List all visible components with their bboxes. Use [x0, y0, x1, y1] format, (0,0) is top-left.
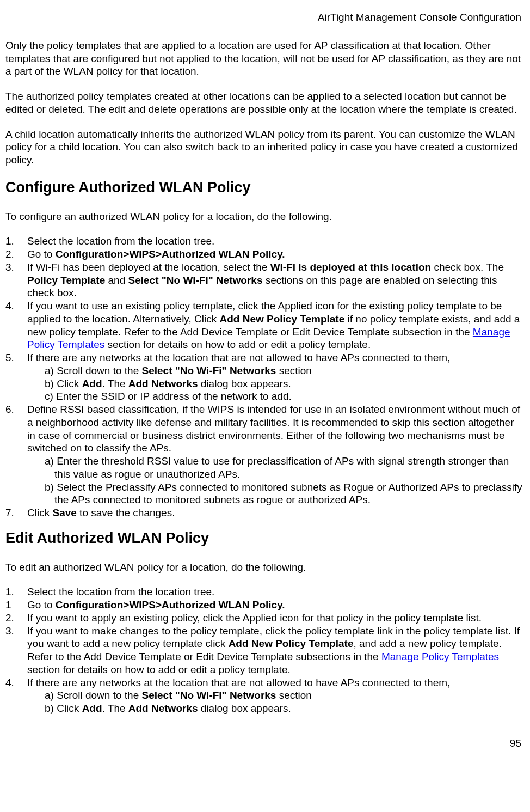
step-text: section for details on how to add or edi…: [104, 339, 371, 350]
step-text: Define RSSI based classification, if the…: [27, 404, 520, 454]
button-label: Add New Policy Template: [219, 313, 344, 325]
step-item: 3. If Wi-Fi has been deployed at the loc…: [5, 261, 525, 300]
intro-paragraph-3: A child location automatically inherits …: [5, 128, 525, 167]
step-text: Go to: [27, 599, 56, 610]
manage-policy-templates-link[interactable]: Manage Policy Templates: [381, 651, 499, 662]
step-text: If Wi-Fi has been deployed at the locati…: [27, 261, 270, 273]
substep-b: b) Select the Preclassify APs connected …: [27, 481, 525, 507]
substep-c: c) Enter the SSID or IP address of the n…: [27, 390, 525, 403]
step-item: 1. Select the location from the location…: [5, 585, 525, 599]
section-intro-edit: To edit an authorized WLAN policy for a …: [5, 561, 525, 574]
nav-path: Configuration>WIPS>Authorized WLAN Polic…: [56, 248, 285, 260]
step-text: If you want to apply an existing policy,…: [27, 612, 482, 624]
section-heading-configure: Configure Authorized WLAN Policy: [5, 179, 525, 197]
substep-b: b) Click Add. The Add Networks dialog bo…: [27, 702, 525, 715]
configure-steps-list: 1. Select the location from the location…: [5, 235, 525, 520]
dialog-name: Add Networks: [128, 378, 198, 389]
step-item: 4. If there are any networks at the loca…: [5, 676, 525, 715]
step-number: 1: [5, 599, 11, 612]
substep-text: . The: [102, 703, 128, 714]
substep-text: dialog box appears.: [198, 703, 291, 714]
substep-a: a) Scroll down to the Select "No Wi-Fi" …: [27, 364, 525, 377]
substep-text: dialog box appears.: [198, 378, 291, 389]
section-heading-edit: Edit Authorized WLAN Policy: [5, 529, 525, 548]
step-text: section for details on how to add or edi…: [27, 664, 291, 675]
substep-a: a) Enter the threshold RSSI value to use…: [27, 455, 525, 481]
step-item: 3. If you want to make changes to the po…: [5, 625, 525, 676]
button-label: Add: [82, 378, 102, 389]
step-number: 3.: [5, 625, 14, 638]
step-text: If there are any networks at the locatio…: [27, 677, 450, 688]
page-number: 95: [5, 737, 525, 750]
intro-paragraph-2: The authorized policy templates created …: [5, 90, 525, 116]
button-label: Save: [52, 507, 76, 518]
step-text: Select the location from the location tr…: [27, 586, 214, 597]
step-number: 4.: [5, 300, 14, 313]
step-item: 7. Click Save to save the changes.: [5, 506, 525, 520]
dialog-name: Add Networks: [128, 703, 198, 714]
edit-steps-list: 1. Select the location from the location…: [5, 585, 525, 715]
substep-text: section: [276, 365, 311, 376]
section-name: Select "No Wi-Fi" Networks: [141, 689, 276, 701]
step-number: 7.: [5, 506, 14, 520]
step-item: 4. If you want to use an existing policy…: [5, 300, 525, 351]
substep-text: a) Scroll down to the: [45, 689, 141, 701]
step-number: 2.: [5, 612, 14, 625]
step-item: 2. Go to Configuration>WIPS>Authorized W…: [5, 248, 525, 261]
substep-text: b) Click: [45, 703, 82, 714]
substep-text: a) Scroll down to the: [45, 365, 141, 376]
substep-b: b) Click Add. The Add Networks dialog bo…: [27, 377, 525, 390]
step-text: to save the changes.: [77, 507, 175, 518]
step-number: 2.: [5, 248, 14, 261]
page-header: AirTight Management Console Configuratio…: [5, 11, 525, 24]
checkbox-label: Wi-Fi is deployed at this location: [270, 261, 431, 273]
step-item: 1 Go to Configuration>WIPS>Authorized WL…: [5, 599, 525, 612]
step-item: 5. If there are any networks at the loca…: [5, 351, 525, 403]
substep-text: . The: [102, 378, 128, 389]
step-number: 5.: [5, 351, 14, 364]
step-text: Click: [27, 507, 52, 518]
button-label: Add: [82, 703, 102, 714]
step-text: and: [105, 274, 128, 286]
section-name: Select "No Wi-Fi" Networks: [141, 365, 276, 376]
substep-text: section: [276, 689, 311, 701]
nav-path: Configuration>WIPS>Authorized WLAN Polic…: [56, 599, 285, 610]
step-text: Select the location from the location tr…: [27, 235, 214, 247]
step-item: 1. Select the location from the location…: [5, 235, 525, 248]
substep-a: a) Scroll down to the Select "No Wi-Fi" …: [27, 689, 525, 702]
intro-paragraph-1: Only the policy templates that are appli…: [5, 39, 525, 78]
button-label: Add New Policy Template: [229, 638, 354, 649]
step-item: 2. If you want to apply an existing poli…: [5, 612, 525, 625]
section-name: Policy Template: [27, 274, 105, 286]
step-number: 1.: [5, 585, 14, 599]
step-number: 6.: [5, 403, 14, 416]
section-name: Select "No Wi-Fi" Networks: [128, 274, 263, 286]
section-intro-configure: To configure an authorized WLAN policy f…: [5, 210, 525, 223]
step-text: If there are any networks at the locatio…: [27, 352, 450, 363]
step-text: Go to: [27, 248, 56, 260]
step-number: 4.: [5, 676, 14, 689]
substep-text: b) Click: [45, 378, 82, 389]
step-item: 6. Define RSSI based classification, if …: [5, 403, 525, 506]
step-number: 1.: [5, 235, 14, 248]
step-number: 3.: [5, 261, 14, 274]
step-text: check box. The: [431, 261, 504, 273]
